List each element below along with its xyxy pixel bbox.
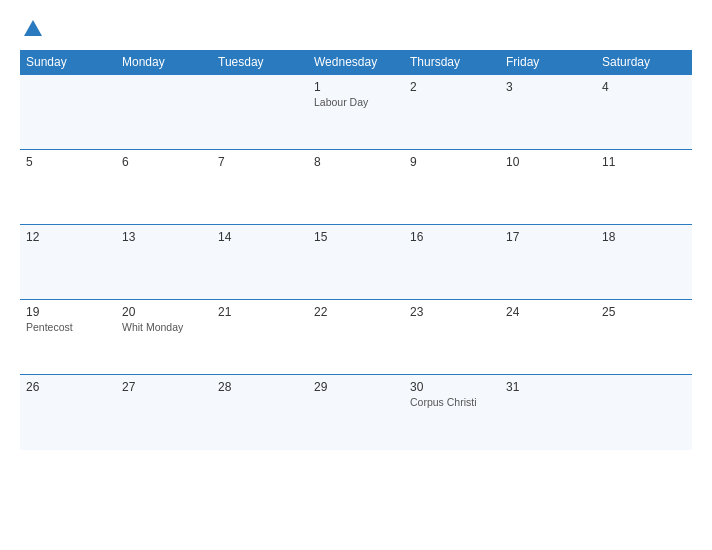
- weekday-header-thursday: Thursday: [404, 50, 500, 75]
- day-number: 6: [122, 155, 206, 169]
- holiday-label: Corpus Christi: [410, 396, 494, 408]
- day-number: 26: [26, 380, 110, 394]
- header: [20, 18, 692, 40]
- calendar-cell: [20, 75, 116, 150]
- calendar-cell: 26: [20, 375, 116, 450]
- calendar-body: 1Labour Day2345678910111213141516171819P…: [20, 75, 692, 450]
- weekday-header-saturday: Saturday: [596, 50, 692, 75]
- calendar-cell: 2: [404, 75, 500, 150]
- day-number: 12: [26, 230, 110, 244]
- day-number: 2: [410, 80, 494, 94]
- calendar-cell: 18: [596, 225, 692, 300]
- calendar-cell: 24: [500, 300, 596, 375]
- day-number: 24: [506, 305, 590, 319]
- logo: [20, 18, 44, 40]
- calendar-cell: [212, 75, 308, 150]
- calendar-week-row: 2627282930Corpus Christi31: [20, 375, 692, 450]
- day-number: 21: [218, 305, 302, 319]
- calendar-cell: 16: [404, 225, 500, 300]
- calendar-week-row: 1Labour Day234: [20, 75, 692, 150]
- day-number: 25: [602, 305, 686, 319]
- calendar-cell: 22: [308, 300, 404, 375]
- calendar-cell: 21: [212, 300, 308, 375]
- day-number: 1: [314, 80, 398, 94]
- calendar-cell: 28: [212, 375, 308, 450]
- calendar-cell: 7: [212, 150, 308, 225]
- day-number: 29: [314, 380, 398, 394]
- calendar-cell: 1Labour Day: [308, 75, 404, 150]
- day-number: 22: [314, 305, 398, 319]
- calendar-cell: [596, 375, 692, 450]
- calendar-week-row: 567891011: [20, 150, 692, 225]
- calendar-cell: 11: [596, 150, 692, 225]
- day-number: 17: [506, 230, 590, 244]
- holiday-label: Pentecost: [26, 321, 110, 333]
- holiday-label: Labour Day: [314, 96, 398, 108]
- day-number: 7: [218, 155, 302, 169]
- day-number: 15: [314, 230, 398, 244]
- calendar-cell: 4: [596, 75, 692, 150]
- day-number: 4: [602, 80, 686, 94]
- day-number: 28: [218, 380, 302, 394]
- calendar-cell: 25: [596, 300, 692, 375]
- calendar-week-row: 19Pentecost20Whit Monday2122232425: [20, 300, 692, 375]
- calendar-page: SundayMondayTuesdayWednesdayThursdayFrid…: [0, 0, 712, 550]
- calendar-cell: 23: [404, 300, 500, 375]
- day-number: 14: [218, 230, 302, 244]
- day-number: 16: [410, 230, 494, 244]
- calendar-header: SundayMondayTuesdayWednesdayThursdayFrid…: [20, 50, 692, 75]
- calendar-cell: 6: [116, 150, 212, 225]
- calendar-cell: 14: [212, 225, 308, 300]
- day-number: 20: [122, 305, 206, 319]
- day-number: 31: [506, 380, 590, 394]
- weekday-header-row: SundayMondayTuesdayWednesdayThursdayFrid…: [20, 50, 692, 75]
- calendar-cell: [116, 75, 212, 150]
- holiday-label: Whit Monday: [122, 321, 206, 333]
- day-number: 23: [410, 305, 494, 319]
- calendar-cell: 12: [20, 225, 116, 300]
- calendar-cell: 31: [500, 375, 596, 450]
- day-number: 19: [26, 305, 110, 319]
- day-number: 10: [506, 155, 590, 169]
- day-number: 8: [314, 155, 398, 169]
- calendar-cell: 13: [116, 225, 212, 300]
- day-number: 9: [410, 155, 494, 169]
- calendar-cell: 15: [308, 225, 404, 300]
- day-number: 18: [602, 230, 686, 244]
- calendar-cell: 10: [500, 150, 596, 225]
- day-number: 3: [506, 80, 590, 94]
- calendar-cell: 29: [308, 375, 404, 450]
- calendar-cell: 5: [20, 150, 116, 225]
- day-number: 5: [26, 155, 110, 169]
- svg-marker-0: [24, 20, 42, 36]
- calendar-cell: 20Whit Monday: [116, 300, 212, 375]
- calendar-cell: 17: [500, 225, 596, 300]
- day-number: 30: [410, 380, 494, 394]
- day-number: 13: [122, 230, 206, 244]
- calendar-cell: 8: [308, 150, 404, 225]
- calendar-cell: 27: [116, 375, 212, 450]
- calendar-cell: 9: [404, 150, 500, 225]
- day-number: 11: [602, 155, 686, 169]
- calendar-week-row: 12131415161718: [20, 225, 692, 300]
- calendar-cell: 19Pentecost: [20, 300, 116, 375]
- weekday-header-wednesday: Wednesday: [308, 50, 404, 75]
- calendar-cell: 30Corpus Christi: [404, 375, 500, 450]
- weekday-header-monday: Monday: [116, 50, 212, 75]
- calendar-cell: 3: [500, 75, 596, 150]
- weekday-header-tuesday: Tuesday: [212, 50, 308, 75]
- weekday-header-friday: Friday: [500, 50, 596, 75]
- logo-icon: [22, 18, 44, 40]
- day-number: 27: [122, 380, 206, 394]
- weekday-header-sunday: Sunday: [20, 50, 116, 75]
- calendar-table: SundayMondayTuesdayWednesdayThursdayFrid…: [20, 50, 692, 450]
